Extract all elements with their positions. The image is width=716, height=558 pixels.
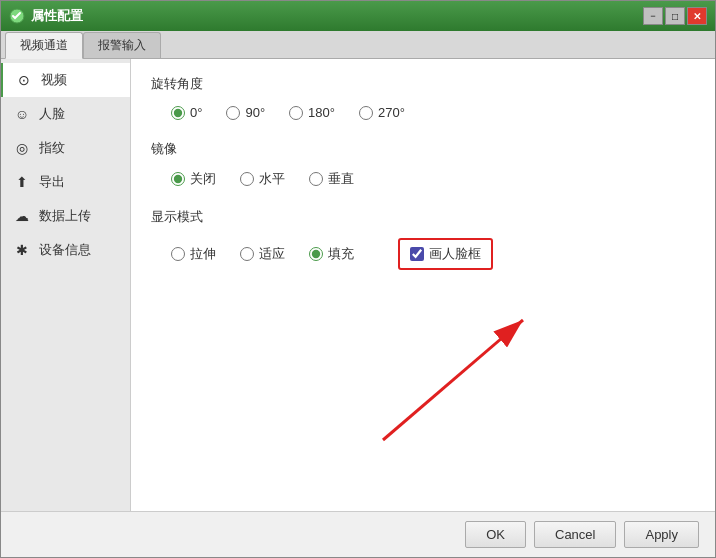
upload-icon: ☁ (13, 207, 31, 225)
mirror-horizontal-item[interactable]: 水平 (240, 170, 285, 188)
face-box-label: 画人脸框 (429, 245, 481, 263)
mirror-radio-group: 关闭 水平 垂直 (151, 170, 695, 188)
window-controls: － □ ✕ (643, 7, 707, 25)
mirror-vertical-label: 垂直 (328, 170, 354, 188)
tab-video-channel[interactable]: 视频通道 (5, 32, 83, 59)
mirror-section: 镜像 关闭 水平 垂直 (151, 140, 695, 188)
rotation-180-label: 180° (308, 105, 335, 120)
bottom-bar: OK Cancel Apply (1, 511, 715, 557)
display-fit-item[interactable]: 适应 (240, 245, 285, 263)
display-mode-row: 拉伸 适应 填充 画人脸框 (151, 238, 695, 270)
display-fit-radio[interactable] (240, 247, 254, 261)
apply-button[interactable]: Apply (624, 521, 699, 548)
settings-icon: ✱ (13, 241, 31, 259)
display-fill-item[interactable]: 填充 (309, 245, 354, 263)
rotation-0-label: 0° (190, 105, 202, 120)
sidebar-item-face[interactable]: ☺ 人脸 (1, 97, 130, 131)
maximize-button[interactable]: □ (665, 7, 685, 25)
display-mode-section: 显示模式 拉伸 适应 填充 (151, 208, 695, 270)
face-box-item[interactable]: 画人脸框 (410, 245, 481, 263)
rotation-90-label: 90° (245, 105, 265, 120)
export-icon: ⬆ (13, 173, 31, 191)
display-fit-label: 适应 (259, 245, 285, 263)
sidebar-item-video[interactable]: ⊙ 视频 (1, 63, 130, 97)
display-mode-title: 显示模式 (151, 208, 695, 226)
face-box-section: 画人脸框 (398, 238, 493, 270)
display-fill-label: 填充 (328, 245, 354, 263)
arrow-annotation (151, 290, 695, 450)
video-icon: ⊙ (15, 71, 33, 89)
face-icon: ☺ (13, 105, 31, 123)
display-stretch-radio[interactable] (171, 247, 185, 261)
mirror-off-radio[interactable] (171, 172, 185, 186)
app-icon (9, 8, 25, 24)
tab-bar: 视频通道 报警输入 (1, 31, 715, 59)
face-box-checkbox[interactable] (410, 247, 424, 261)
display-stretch-item[interactable]: 拉伸 (171, 245, 216, 263)
sidebar-item-export[interactable]: ⬆ 导出 (1, 165, 130, 199)
rotation-90-item[interactable]: 90° (226, 105, 265, 120)
rotation-title: 旋转角度 (151, 75, 695, 93)
main-panel: 旋转角度 0° 90° 180° (131, 59, 715, 511)
main-window: 属性配置 － □ ✕ 视频通道 报警输入 ⊙ 视频 ☺ 人脸 ◎ (0, 0, 716, 558)
rotation-270-label: 270° (378, 105, 405, 120)
tab-alarm-input[interactable]: 报警输入 (83, 32, 161, 58)
mirror-vertical-item[interactable]: 垂直 (309, 170, 354, 188)
rotation-0-item[interactable]: 0° (171, 105, 202, 120)
close-button[interactable]: ✕ (687, 7, 707, 25)
mirror-title: 镜像 (151, 140, 695, 158)
sidebar-item-device-info[interactable]: ✱ 设备信息 (1, 233, 130, 267)
display-fill-radio[interactable] (309, 247, 323, 261)
ok-button[interactable]: OK (465, 521, 526, 548)
minimize-button[interactable]: － (643, 7, 663, 25)
sidebar: ⊙ 视频 ☺ 人脸 ◎ 指纹 ⬆ 导出 ☁ 数据上传 ✱ 设备信息 (1, 59, 131, 511)
title-bar: 属性配置 － □ ✕ (1, 1, 715, 31)
rotation-180-radio[interactable] (289, 106, 303, 120)
arrow-svg (151, 290, 695, 450)
rotation-section: 旋转角度 0° 90° 180° (151, 75, 695, 120)
rotation-270-item[interactable]: 270° (359, 105, 405, 120)
sidebar-item-data-upload[interactable]: ☁ 数据上传 (1, 199, 130, 233)
display-stretch-label: 拉伸 (190, 245, 216, 263)
rotation-90-radio[interactable] (226, 106, 240, 120)
content-area: ⊙ 视频 ☺ 人脸 ◎ 指纹 ⬆ 导出 ☁ 数据上传 ✱ 设备信息 (1, 59, 715, 511)
rotation-radio-group: 0° 90° 180° 270° (151, 105, 695, 120)
rotation-270-radio[interactable] (359, 106, 373, 120)
sidebar-item-fingerprint[interactable]: ◎ 指纹 (1, 131, 130, 165)
mirror-vertical-radio[interactable] (309, 172, 323, 186)
mirror-off-label: 关闭 (190, 170, 216, 188)
mirror-off-item[interactable]: 关闭 (171, 170, 216, 188)
window-title: 属性配置 (31, 7, 643, 25)
cancel-button[interactable]: Cancel (534, 521, 616, 548)
mirror-horizontal-radio[interactable] (240, 172, 254, 186)
mirror-horizontal-label: 水平 (259, 170, 285, 188)
rotation-0-radio[interactable] (171, 106, 185, 120)
fingerprint-icon: ◎ (13, 139, 31, 157)
rotation-180-item[interactable]: 180° (289, 105, 335, 120)
